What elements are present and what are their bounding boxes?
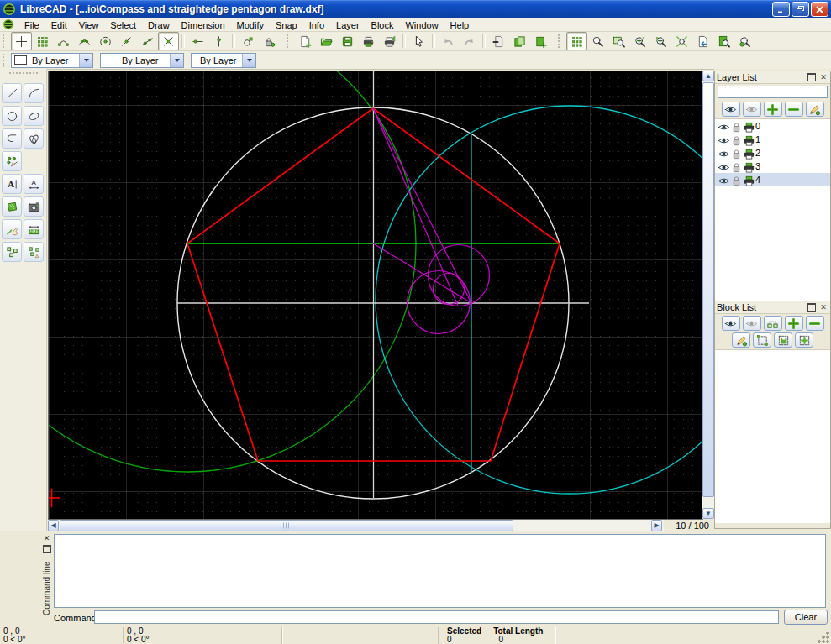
command-input[interactable] [94,610,779,624]
snap-relative-button[interactable] [238,32,259,50]
lock-relative-zero-button[interactable] [259,32,280,50]
chevron-down-icon[interactable] [79,54,92,67]
add-layer-button[interactable] [764,102,782,117]
pentagon-side-top-right[interactable] [373,108,560,243]
remove-layer-button[interactable] [785,102,803,117]
menu-view[interactable]: View [73,19,105,31]
color-combobox[interactable]: By Layer [11,53,93,68]
clear-button[interactable]: Clear [784,610,828,625]
layer-filter-input[interactable] [718,86,828,98]
horizontal-scroll-thumb[interactable] [60,520,513,531]
close-panel-icon[interactable]: ✕ [42,534,51,543]
vertical-scroll-thumb[interactable] [702,82,714,497]
explode-tool[interactable] [24,242,44,262]
menu-block[interactable]: Block [366,19,400,31]
zoom-window-button[interactable] [608,32,629,50]
float-panel-icon[interactable] [807,303,816,312]
menu-window[interactable]: Window [399,19,444,31]
menu-layer[interactable]: Layer [330,19,366,31]
open-drawing-button[interactable] [316,32,337,50]
pentagon-side-top-left[interactable] [187,108,373,243]
scroll-left-button[interactable]: ◀ [48,520,59,531]
minimize-button[interactable] [772,2,790,17]
zoom-page-button[interactable] [713,32,734,50]
close-panel-icon[interactable]: ✕ [818,303,828,312]
snap-grid-button[interactable] [32,32,53,50]
hatch-tool[interactable] [2,196,22,217]
previous-view-button[interactable] [692,32,713,50]
grid-toggle-button[interactable] [566,32,587,50]
scroll-right-button[interactable]: ▶ [651,520,662,531]
layer-row-2[interactable]: 2 [715,146,830,160]
menu-help[interactable]: Help [444,19,476,31]
magenta-circle-lower[interactable] [408,271,471,334]
menu-info[interactable]: Info [303,19,330,31]
print-preview-button[interactable] [379,32,400,50]
rename-block-button[interactable] [732,332,750,348]
layer-row-4[interactable]: 4 [715,173,830,186]
chevron-down-icon[interactable] [242,54,255,67]
toolbar-grip[interactable] [3,34,8,48]
menu-edit[interactable]: Edit [45,19,73,31]
zoom-auto-button[interactable] [671,32,692,50]
image-tool[interactable] [24,196,44,217]
toolbar-grip[interactable] [287,34,292,48]
zoom-decrease-button[interactable] [650,32,671,50]
save-block-button[interactable] [774,332,792,348]
float-panel-icon[interactable] [807,73,816,81]
magenta-line-apex-steep[interactable] [373,108,458,306]
drawing-canvas[interactable] [48,71,703,520]
print-button[interactable] [358,32,379,50]
ellipse-tool[interactable] [24,106,44,126]
modify-tool[interactable] [2,219,22,239]
menu-file[interactable]: File [18,19,45,31]
block-tool[interactable] [2,242,22,262]
restore-button[interactable] [792,2,809,17]
green-circle[interactable] [49,71,416,472]
resize-grip[interactable] [818,632,829,643]
redo-button[interactable] [459,32,480,50]
edit-block-button[interactable] [753,332,771,348]
hide-all-layers-button[interactable] [743,102,761,117]
layer-row-1[interactable]: 1 [715,133,830,146]
circle-tool[interactable] [2,106,22,126]
dimension-tool[interactable]: A [24,174,44,194]
new-drawing-button[interactable] [295,32,316,50]
drawing-svg[interactable] [49,71,702,519]
chevron-down-icon[interactable] [170,54,183,67]
linewidth-combobox[interactable]: By Layer [191,53,256,68]
snap-intersection-button[interactable] [158,32,179,50]
snap-on-entity-button[interactable] [74,32,95,50]
zoom-in-button[interactable] [587,32,608,50]
line-tool[interactable] [2,83,22,103]
palette-grip[interactable] [9,72,38,76]
scroll-down-button[interactable]: ▼ [702,508,714,519]
edit-layer-button[interactable] [806,102,824,117]
text-tool[interactable]: A [2,174,22,194]
snap-center-button[interactable] [95,32,116,50]
menu-snap[interactable]: Snap [270,19,303,31]
scroll-up-button[interactable]: ▲ [702,71,714,81]
menu-draw[interactable]: Draw [142,19,176,31]
new-window-button[interactable] [530,32,551,50]
show-all-blocks-button[interactable] [722,316,740,331]
create-block-button[interactable] [764,316,782,331]
restrict-horizontal-button[interactable] [187,32,208,50]
linetype-combobox[interactable]: By Layer [100,53,184,68]
layer-row-0[interactable]: 0 [715,119,830,133]
close-button[interactable] [811,2,828,17]
add-block-button[interactable] [785,316,803,331]
snap-distance-button[interactable] [137,32,158,50]
horizontal-scrollbar[interactable]: ◀ ▶ [48,520,664,531]
menu-modify[interactable]: Modify [231,19,270,31]
spline-tool[interactable] [24,128,44,149]
command-history[interactable] [54,534,826,608]
float-panel-icon[interactable] [42,544,51,553]
snap-endpoints-button[interactable] [53,32,74,50]
restrict-vertical-button[interactable] [208,32,229,50]
undo-button[interactable] [438,32,459,50]
close-drawing-button[interactable] [488,32,509,50]
arc-tool[interactable] [24,83,44,103]
snap-free-button[interactable] [11,32,32,50]
layer-row-3[interactable]: 3 [715,160,830,173]
